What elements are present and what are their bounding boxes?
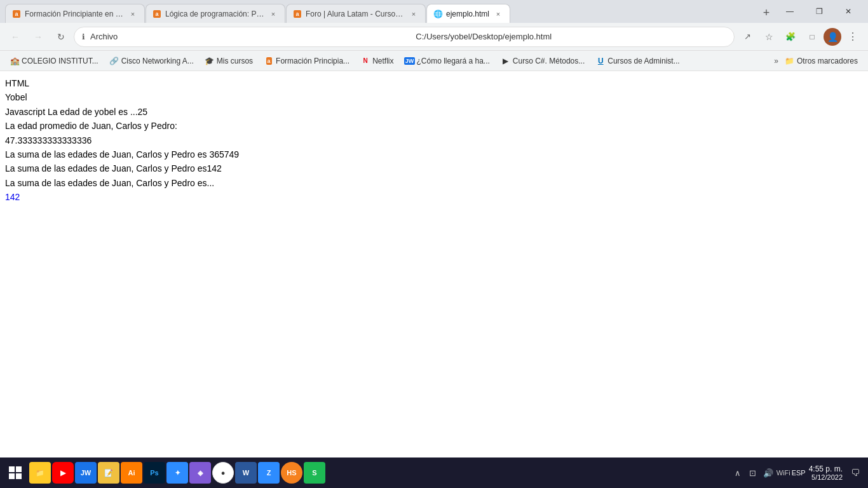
taskbar-app-notepad[interactable]: 📝: [98, 462, 119, 484]
tray-tablet-icon[interactable]: ⊡: [747, 466, 759, 479]
window-controls: — ❒ ✕: [775, 3, 863, 20]
tab-close-button[interactable]: ×: [409, 9, 419, 19]
taskbar-app-jw[interactable]: JW: [75, 462, 97, 484]
page-line-l3: Javascript La edad de yobel es ...25: [5, 105, 863, 119]
bookmark-bk4[interactable]: aFormación Principia...: [259, 53, 355, 69]
close-button[interactable]: ✕: [834, 3, 863, 20]
profile-avatar[interactable]: 👤: [824, 28, 841, 46]
bookmark-bk6[interactable]: JW¿Cómo llegará a ha...: [400, 53, 494, 69]
bookmark-bk3[interactable]: 🎓Mis cursos: [200, 53, 258, 69]
bookmark-label: Curso C#. Métodos...: [513, 57, 585, 65]
tab-close-button[interactable]: ×: [128, 9, 138, 19]
tray-icons: ∧ ⊡ 🔊 WiFi ESP: [731, 466, 805, 479]
back-button[interactable]: ←: [5, 27, 25, 47]
share-button[interactable]: ↗: [737, 27, 757, 47]
browser-tab-tab1[interactable]: aFormación Principiante en Progr...×: [5, 4, 145, 23]
tab-title: Lógica de programación: Primer...: [165, 10, 264, 18]
bookmark-label: Mis cursos: [217, 57, 253, 65]
tray-up-arrow[interactable]: ∧: [731, 466, 744, 479]
bookmark-favicon: JW: [405, 57, 414, 65]
bookmark-bk5[interactable]: NNetflix: [356, 53, 398, 69]
taskbar: 📁▶JW📝AiPs✦◈●WZHSS ∧ ⊡ 🔊 WiFi ESP 4:55 p.…: [0, 458, 868, 488]
tab-favicon: a: [293, 10, 302, 18]
system-clock[interactable]: 4:55 p. m. 5/12/2022: [809, 464, 843, 481]
bookmarks-bar: 🏫COLEGIO INSTITUT...🔗Cisco Networking A.…: [0, 51, 868, 71]
bookmark-bk1[interactable]: 🏫COLEGIO INSTITUT...: [5, 53, 104, 69]
tab-close-button[interactable]: ×: [493, 9, 503, 19]
bookmark-label: COLEGIO INSTITUT...: [22, 57, 98, 65]
bookmark-favicon: 🎓: [205, 57, 214, 65]
address-separator: [407, 32, 410, 41]
bookmark-favicon: N: [361, 57, 370, 65]
taskbar-app-ai[interactable]: Ai: [121, 462, 142, 484]
bookmark-favicon: ▶: [501, 57, 510, 65]
bookmark-label: Formación Principia...: [276, 57, 349, 65]
forward-button[interactable]: →: [28, 27, 48, 47]
tab-favicon: 🌐: [433, 10, 442, 18]
address-protocol-label: Archivo: [90, 32, 401, 41]
bookmark-bk2[interactable]: 🔗Cisco Networking A...: [105, 53, 199, 69]
tab-title: Formación Principiante en Progr...: [25, 10, 124, 18]
bookmark-label: Netflix: [372, 57, 393, 65]
browser-tab-tab4[interactable]: 🌐ejemplo.html×: [426, 4, 510, 23]
other-bookmarks-button[interactable]: 📁 Otros marcadores: [780, 55, 863, 67]
address-url: C:/Users/yobel/Desktop/ejemplo.html: [416, 32, 726, 41]
bookmark-favicon: a: [264, 57, 273, 65]
system-tray: ∧ ⊡ 🔊 WiFi ESP 4:55 p. m. 5/12/2022 🗨: [731, 464, 864, 482]
taskbar-app-zoom[interactable]: Z: [258, 462, 280, 484]
maximize-button[interactable]: ❒: [804, 3, 834, 20]
page-line-l1: HTML: [5, 76, 863, 90]
start-button[interactable]: [4, 461, 27, 484]
bookmark-bk7[interactable]: ▶Curso C#. Métodos...: [496, 53, 590, 69]
clock-time: 4:55 p. m.: [809, 464, 843, 473]
tray-sound-icon[interactable]: 🔊: [762, 466, 775, 479]
taskbar-app-cursor[interactable]: ✦: [166, 462, 188, 484]
clock-date: 5/12/2022: [809, 473, 843, 481]
tab-favicon: a: [12, 10, 21, 18]
bookmark-label: ¿Cómo llegará a ha...: [416, 57, 489, 65]
browser-tab-tab2[interactable]: aLógica de programación: Primer...×: [146, 4, 285, 23]
taskbar-app-explorer[interactable]: 📁: [29, 462, 51, 484]
taskbar-app-3d[interactable]: ◈: [189, 462, 211, 484]
other-bookmarks-label: Otros marcadores: [797, 57, 858, 65]
bookmark-favicon: U: [596, 57, 605, 65]
page-line-l7: La suma de las edades de Juan, Carlos y …: [5, 161, 863, 175]
page-line-l5: 47.333333333333336: [5, 133, 863, 147]
page-line-l2: Yobel: [5, 90, 863, 104]
bookmark-button[interactable]: ☆: [759, 27, 779, 47]
notification-button[interactable]: 🗨: [846, 464, 864, 482]
menu-button[interactable]: ⋮: [843, 27, 863, 47]
tab-title: Foro | Alura Latam - Cursos onlin...: [306, 10, 405, 18]
nav-action-buttons: ↗ ☆ 🧩 □ 👤 ⋮: [737, 27, 863, 47]
tray-lang-label[interactable]: ESP: [792, 466, 805, 479]
title-bar: aFormación Principiante en Progr...×aLóg…: [0, 0, 868, 23]
taskbar-app-s[interactable]: S: [304, 462, 325, 484]
address-protocol-icon: ℹ: [82, 32, 85, 41]
bookmark-favicon: 🔗: [110, 57, 119, 65]
browser-tab-tab3[interactable]: aForo | Alura Latam - Cursos onlin...×: [286, 4, 426, 23]
bookmark-label: Cisco Networking A...: [121, 57, 194, 65]
refresh-button[interactable]: ↻: [51, 27, 71, 47]
bookmark-favicon: 🏫: [10, 57, 19, 65]
minimize-button[interactable]: —: [775, 3, 804, 20]
bookmarks-more-button[interactable]: »: [774, 57, 778, 65]
taskbar-app-chrome[interactable]: ●: [212, 462, 234, 484]
page-content: HTMLYobelJavascript La edad de yobel es …: [0, 71, 868, 458]
taskbar-app-ps[interactable]: Ps: [144, 462, 165, 484]
taskbar-app-yt[interactable]: ▶: [52, 462, 74, 484]
browser-window: aFormación Principiante en Progr...×aLóg…: [0, 0, 868, 488]
page-line-l9: 142: [5, 190, 863, 204]
taskbar-app-hs[interactable]: HS: [281, 462, 302, 484]
bookmark-label: Cursos de Administ...: [607, 57, 679, 65]
split-button[interactable]: □: [802, 27, 822, 47]
tray-wifi-icon[interactable]: WiFi: [777, 466, 790, 479]
tab-favicon: a: [153, 10, 161, 18]
page-line-l8: La suma de las edades de Juan, Carlos y …: [5, 176, 863, 190]
tab-close-button[interactable]: ×: [268, 9, 278, 19]
bookmark-bk8[interactable]: UCursos de Administ...: [591, 53, 684, 69]
page-line-l6: La suma de las edades de Juan, Carlos y …: [5, 147, 863, 161]
taskbar-app-word[interactable]: W: [235, 462, 257, 484]
new-tab-button[interactable]: +: [757, 4, 775, 22]
extensions-button[interactable]: 🧩: [780, 27, 801, 47]
address-bar[interactable]: ℹ Archivo C:/Users/yobel/Desktop/ejemplo…: [74, 27, 735, 47]
